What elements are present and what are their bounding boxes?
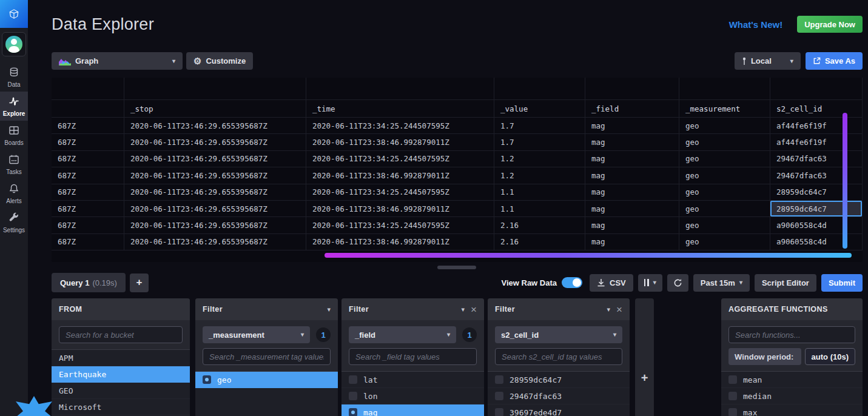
cell-start-clipped[interactable]: 687Z — [52, 151, 124, 167]
cell-measurement[interactable]: geo — [679, 201, 770, 217]
tag-value-item-28959dc64c7[interactable]: 28959dc64c7 — [488, 372, 630, 388]
checkbox[interactable] — [495, 408, 503, 416]
checkbox[interactable] — [203, 375, 211, 384]
cell-s2-cell-id[interactable]: 29467dfac63 — [770, 167, 863, 184]
chevron-down-icon[interactable]: ▾ — [462, 306, 465, 313]
cell-field[interactable]: mag — [585, 134, 679, 150]
influxdb-logo[interactable] — [0, 0, 28, 28]
cell-start-clipped[interactable]: 687Z — [52, 201, 124, 217]
cell-value[interactable]: 1.2 — [494, 167, 585, 184]
tag-value-item-lat[interactable]: lat — [341, 372, 484, 388]
tag-value-item-geo[interactable]: geo — [195, 372, 338, 388]
cell-s2-cell-id[interactable]: a9060558c4d — [770, 217, 863, 233]
cell-stop[interactable]: 2020-06-11T23:46:29.655395687Z — [124, 201, 306, 217]
cell-start-clipped[interactable]: 687Z — [52, 184, 124, 201]
cell-value[interactable]: 1.1 — [494, 201, 585, 217]
checkbox[interactable] — [349, 375, 357, 384]
cell-field[interactable]: mag — [585, 201, 679, 217]
window-period-value[interactable]: auto (10s) — [805, 348, 855, 365]
column-header-measurement[interactable]: _measurement — [679, 100, 770, 118]
cell-stop[interactable]: 2020-06-11T23:46:29.655395687Z — [124, 234, 306, 250]
tag-value-item-mag[interactable]: mag — [341, 404, 484, 416]
refresh-button[interactable] — [667, 274, 688, 292]
cell-value[interactable]: 1.7 — [494, 118, 585, 134]
cell-time[interactable]: 2020-06-11T23:38:46.992879011Z — [306, 201, 494, 217]
bucket-search-input[interactable] — [59, 326, 183, 343]
csv-download-button[interactable]: CSV — [590, 274, 633, 292]
sidebar-item-boards[interactable]: Boards — [0, 121, 28, 150]
function-item-median[interactable]: median — [721, 388, 863, 404]
close-icon[interactable]: × — [616, 304, 622, 315]
bucket-item-earthquake[interactable]: Earthquake — [52, 366, 190, 383]
column-header-field[interactable]: _field — [585, 100, 679, 118]
cell-stop[interactable]: 2020-06-11T23:46:29.655395687Z — [124, 217, 306, 233]
tag-value-item-39697ede4d7[interactable]: 39697ede4d7 — [488, 404, 630, 416]
cell-field[interactable]: mag — [585, 184, 679, 201]
cell-field[interactable]: mag — [585, 234, 679, 250]
cell-start-clipped[interactable]: 687Z — [52, 167, 124, 184]
checkbox[interactable] — [495, 375, 503, 384]
cell-measurement[interactable]: geo — [679, 184, 770, 201]
cell-s2-cell-id[interactable]: 28959dc64c7 — [770, 184, 863, 201]
checkbox[interactable] — [495, 392, 503, 400]
checkbox[interactable] — [349, 392, 357, 400]
sidebar-item-tasks[interactable]: Tasks — [0, 150, 28, 179]
sidebar-item-explore[interactable]: Explore — [0, 92, 28, 121]
close-icon[interactable]: × — [471, 304, 477, 315]
save-as-button[interactable]: Save As — [806, 52, 863, 70]
cell-s2-cell-id[interactable]: af44fe6f19f — [770, 118, 863, 134]
tag-value-search-input[interactable] — [349, 348, 477, 365]
bucket-item-geo[interactable]: GEO — [52, 383, 190, 399]
function-item-max[interactable]: max — [721, 404, 863, 416]
cell-value[interactable]: 1.1 — [494, 184, 585, 201]
cell-time[interactable]: 2020-06-11T23:38:46.992879011Z — [306, 234, 494, 250]
checkbox[interactable] — [728, 408, 737, 416]
submit-button[interactable]: Submit — [821, 274, 863, 292]
tag-key-dropdown[interactable]: _field ▾ — [349, 326, 456, 343]
time-range-dropdown[interactable]: Past 15m ▾ — [693, 274, 750, 292]
tag-key-dropdown[interactable]: s2_cell_id ▾ — [495, 326, 622, 343]
cell-field[interactable]: mag — [585, 151, 679, 167]
script-editor-button[interactable]: Script Editor — [755, 274, 816, 292]
cell-value[interactable]: 1.7 — [494, 134, 585, 150]
sidebar-item-settings[interactable]: Settings — [0, 208, 28, 237]
cell-measurement[interactable]: geo — [679, 167, 770, 184]
cell-measurement[interactable]: geo — [679, 234, 770, 250]
cell-measurement[interactable]: geo — [679, 118, 770, 134]
cell-measurement[interactable]: geo — [679, 151, 770, 167]
cell-stop[interactable]: 2020-06-11T23:46:29.655395687Z — [124, 151, 306, 167]
avatar[interactable] — [2, 32, 26, 56]
tag-key-dropdown[interactable]: _measurement ▾ — [203, 326, 310, 343]
upgrade-now-button[interactable]: Upgrade Now — [797, 16, 863, 33]
cell-value[interactable]: 2.16 — [494, 217, 585, 233]
cell-s2-cell-id[interactable]: a9060558c4d — [770, 234, 863, 250]
graph-type-dropdown[interactable]: Graph ▾ — [52, 52, 183, 70]
tag-value-item-lon[interactable]: lon — [341, 388, 484, 404]
add-filter-card-button[interactable]: + — [635, 298, 654, 416]
cell-start-clipped[interactable]: 687Z — [52, 134, 124, 150]
cell-start-clipped[interactable]: 687Z — [52, 234, 124, 250]
cell-field[interactable]: mag — [585, 217, 679, 233]
cell-time[interactable]: 2020-06-11T23:34:25.244507595Z — [306, 151, 494, 167]
view-raw-data-toggle[interactable] — [562, 277, 582, 288]
cell-time[interactable]: 2020-06-11T23:34:25.244507595Z — [306, 118, 494, 134]
cell-start-clipped[interactable]: 687Z — [52, 118, 124, 134]
cell-s2-cell-id[interactable]: 29467dfac63 — [770, 151, 863, 167]
cell-value[interactable]: 1.2 — [494, 151, 585, 167]
whats-new-link[interactable]: What's New! — [729, 19, 783, 30]
query-tab[interactable]: Query 1 (0.19s) — [52, 273, 126, 292]
tag-value-item-29467dfac63[interactable]: 29467dfac63 — [488, 388, 630, 404]
sidebar-item-data[interactable]: Data — [0, 62, 28, 92]
add-query-button[interactable]: + — [130, 273, 149, 292]
cell-measurement[interactable]: geo — [679, 134, 770, 150]
cell-measurement[interactable]: geo — [679, 217, 770, 233]
cell-start-clipped[interactable]: 687Z — [52, 217, 124, 233]
checkbox[interactable] — [728, 375, 737, 384]
horizontal-scrollbar[interactable] — [325, 253, 852, 258]
column-header-stop[interactable]: _stop — [124, 100, 306, 118]
panel-resize-handle[interactable] — [437, 266, 476, 269]
cell-time[interactable]: 2020-06-11T23:34:25.244507595Z — [306, 184, 494, 201]
sidebar-item-alerts[interactable]: Alerts — [0, 179, 28, 208]
cell-stop[interactable]: 2020-06-11T23:46:29.655395687Z — [124, 184, 306, 201]
cell-time[interactable]: 2020-06-11T23:34:25.244507595Z — [306, 217, 494, 233]
